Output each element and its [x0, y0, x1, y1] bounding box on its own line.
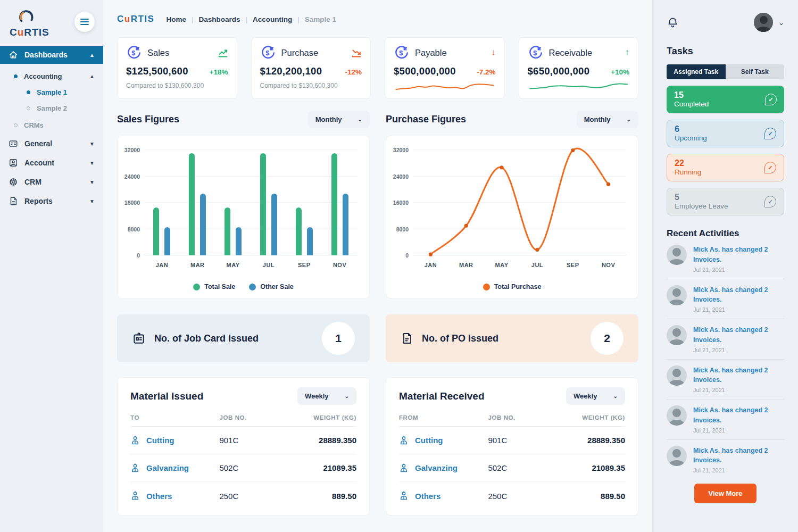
material-link[interactable]: Galvanzing [130, 463, 219, 473]
tab-assigned-task[interactable]: Assigned Task [667, 64, 726, 79]
job-no: 901C [488, 436, 556, 445]
task-card-completed[interactable]: 15 Completed ✓ [667, 86, 784, 113]
check-bubble-icon: ✓ [764, 128, 776, 139]
worker-icon [130, 491, 140, 501]
breadcrumb-item[interactable]: Dashboards [198, 15, 240, 23]
activity-link[interactable]: Mick As. has changed 2 Invoices. [693, 405, 778, 426]
bullet-icon [14, 74, 18, 78]
sidebar-item-reports[interactable]: Reports ▼ [0, 192, 103, 211]
payable-sparkline [394, 80, 496, 94]
sidebar-item-general[interactable]: General ▼ [0, 134, 103, 153]
activity-link[interactable]: Mick As. has changed 2 Invoices. [693, 245, 778, 265]
bar-other-sale [271, 194, 277, 255]
x-axis-tick: MAY [495, 262, 509, 268]
sales-figures-chart: 08000160002400032000JANMARMAYJULSEPNOV T… [117, 136, 370, 298]
activity-avatar [667, 285, 687, 305]
job-no: 250C [488, 492, 556, 501]
table-header: FROM JOB NO. WEIGHT (KG) [399, 414, 625, 427]
menu-icon[interactable] [74, 12, 95, 32]
material-link[interactable]: Others [399, 491, 488, 501]
check-bubble-icon: ✓ [764, 196, 776, 207]
sidebar-item-account[interactable]: Account ▼ [0, 153, 103, 172]
legend-item: Total Purchase [483, 283, 542, 290]
breadcrumb-item: Sample 1 [305, 15, 336, 23]
user-avatar[interactable] [754, 13, 773, 32]
tab-self-task[interactable]: Self Task [726, 64, 785, 79]
job-card-icon [132, 331, 146, 345]
material-issued-period-dropdown[interactable]: Weekly ⌄ [297, 387, 356, 405]
material-link[interactable]: Cutting [399, 436, 488, 445]
breadcrumb-item[interactable]: Home [166, 15, 186, 23]
activity-link[interactable]: Mick As. has changed 2 Invoices. [693, 446, 778, 466]
arrow-up-icon: ↑ [625, 47, 630, 58]
material-link[interactable]: Cutting [130, 436, 219, 445]
worker-icon [399, 491, 409, 501]
recent-activities-title: Recent Activities [667, 228, 784, 239]
svg-text:$: $ [533, 49, 537, 57]
y-axis-tick: 0 [405, 252, 409, 259]
bar-total-sale [153, 207, 159, 255]
worker-icon [399, 436, 409, 445]
activity-link[interactable]: Mick As. has changed 2 Invoices. [693, 325, 778, 345]
weight-value: 21089.35 [556, 463, 625, 472]
bullet-icon [14, 123, 18, 127]
breadcrumb-separator: | [297, 15, 300, 23]
y-axis-tick: 24000 [393, 173, 409, 180]
sidebar-item-accounting[interactable]: Accounting ▲ [0, 68, 103, 84]
task-card-upcoming[interactable]: 6 Upcoming ✓ [667, 120, 784, 147]
activity-link[interactable]: Mick As. has changed 2 Invoices. [693, 285, 778, 305]
sidebar-item-crms[interactable]: CRMs [0, 116, 103, 134]
table-row: Cutting901C28889.350 [130, 427, 356, 454]
bell-icon[interactable] [667, 16, 679, 29]
task-card-employee-leave[interactable]: 5 Employee Leave ✓ [667, 188, 784, 215]
activity-date: Jul 21, 2021 [693, 427, 778, 434]
x-axis-tick: JAN [425, 262, 437, 268]
table-row: Galvanzing502C21089.35 [399, 454, 625, 482]
sales-period-dropdown[interactable]: Monthly ⌄ [308, 111, 370, 128]
sidebar-item-dashboards[interactable]: Dashboards ▲ [0, 46, 103, 64]
sidebar-item-sample2[interactable]: Sample 2 [0, 100, 103, 116]
breadcrumb-item[interactable]: Accounting [253, 15, 292, 23]
legend-dot-icon [483, 284, 490, 290]
purchase-figures-title: Purchase Figures [386, 114, 466, 125]
header-logo: CuRTIS [117, 14, 154, 24]
table-row: Others250C889.50 [399, 482, 625, 510]
chevron-down-icon: ⌄ [627, 117, 631, 122]
material-link[interactable]: Galvanzing [399, 463, 488, 473]
task-card-running[interactable]: 22 Running ✓ [667, 154, 784, 181]
worker-icon [130, 436, 140, 445]
breadcrumb: Home|Dashboards|Accounting|Sample 1 [166, 15, 336, 23]
svg-text:$: $ [399, 49, 403, 57]
receivable-sparkline [528, 80, 630, 94]
stat-card-receivable: $ Receivable ↑ $650,000,000 +10% [519, 37, 639, 99]
sidebar-item-sample1[interactable]: Sample 1 [0, 84, 103, 100]
y-axis-tick: 32000 [393, 147, 409, 153]
x-axis-tick: MAY [227, 262, 240, 268]
activity-item: Mick As. has changed 2 Invoices.Jul 21, … [667, 239, 784, 279]
delta-badge: -12% [345, 68, 362, 76]
table-row: Galvanzing502C21089.35 [130, 454, 356, 482]
material-link[interactable]: Others [130, 491, 219, 501]
y-axis-tick: 0 [137, 252, 140, 259]
view-more-button[interactable]: View More [694, 484, 756, 503]
breadcrumb-separator: | [192, 15, 194, 23]
chevron-down-icon[interactable]: ⌄ [778, 19, 784, 27]
material-received-period-dropdown[interactable]: Weekly ⌄ [566, 387, 625, 405]
dollar-cycle-icon: $ [126, 45, 142, 61]
bar-other-sale [236, 227, 242, 255]
bar-other-sale [164, 227, 170, 255]
weight-value: 889.50 [288, 492, 356, 501]
activity-link[interactable]: Mick As. has changed 2 Invoices. [693, 365, 778, 386]
activity-avatar [667, 365, 687, 386]
job-card-count: 1 [322, 322, 355, 355]
bar-total-sale [260, 153, 266, 255]
purchase-figures-chart: 08000160002400032000JANMARMAYJULSEPNOV T… [386, 136, 638, 298]
x-axis-tick: NOV [602, 262, 615, 268]
home-icon [9, 50, 18, 60]
activity-date: Jul 21, 2021 [693, 267, 778, 273]
job-no: 502C [488, 463, 556, 472]
purchase-period-dropdown[interactable]: Monthly ⌄ [577, 111, 638, 128]
sidebar-item-crm[interactable]: CRM ▼ [0, 172, 103, 192]
activity-date: Jul 21, 2021 [693, 387, 778, 393]
y-axis-tick: 8000 [128, 226, 140, 232]
